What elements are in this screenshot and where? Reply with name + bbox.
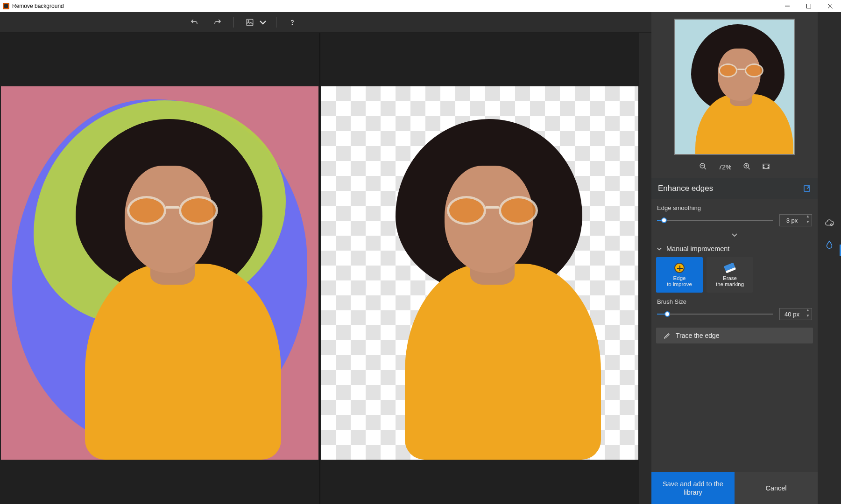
tool-label-line2: to improve bbox=[667, 281, 692, 287]
reset-section-icon[interactable] bbox=[803, 184, 811, 193]
spin-down[interactable]: ▼ bbox=[804, 314, 812, 320]
manual-tool-cards: Edgeto improve Erasethe marking bbox=[656, 257, 813, 293]
brush-size-slider[interactable] bbox=[657, 310, 773, 318]
save-button-label: Save and add to the library bbox=[660, 480, 726, 497]
brush-size-field: Brush Size 40 px ▲▼ bbox=[656, 293, 813, 321]
separator bbox=[233, 17, 234, 28]
right-tool-rail bbox=[818, 12, 841, 504]
cancel-button[interactable]: Cancel bbox=[735, 472, 818, 504]
zoom-in-button[interactable] bbox=[743, 162, 751, 172]
brush-size-label: Brush Size bbox=[657, 298, 812, 305]
separator bbox=[276, 17, 276, 28]
svg-point-6 bbox=[292, 24, 292, 24]
edge-smoothing-slider[interactable] bbox=[657, 217, 773, 224]
svg-line-11 bbox=[748, 168, 749, 169]
navigator-thumbnail[interactable] bbox=[674, 19, 795, 155]
canvas-result[interactable] bbox=[321, 86, 638, 460]
titlebar: Remove background bbox=[0, 0, 841, 12]
plus-circle-icon bbox=[674, 263, 685, 273]
zoom-out-button[interactable] bbox=[699, 162, 707, 172]
window-title: Remove background bbox=[12, 3, 64, 9]
canvas-left-wrap[interactable] bbox=[0, 33, 319, 504]
svg-line-8 bbox=[704, 168, 706, 169]
trace-edge-button[interactable]: Trace the edge bbox=[656, 328, 813, 343]
minimize-button[interactable] bbox=[777, 0, 798, 12]
side-panel: 72% Enhance edges Edge smoothing 3 px ▲▼ bbox=[651, 12, 818, 504]
canvas-right-wrap[interactable] bbox=[320, 33, 640, 504]
window-controls bbox=[777, 0, 841, 12]
zoom-controls: 72% bbox=[656, 160, 813, 178]
app-icon bbox=[3, 3, 9, 9]
zoom-value: 72% bbox=[718, 163, 731, 171]
section-title: Manual improvement bbox=[666, 245, 729, 252]
edge-smoothing-field: Edge smoothing 3 px ▲▼ bbox=[656, 199, 813, 227]
zoom-fit-button[interactable] bbox=[762, 162, 770, 172]
expand-enhance-section[interactable] bbox=[656, 227, 813, 240]
spin-down[interactable]: ▼ bbox=[804, 220, 812, 226]
chevron-down-icon bbox=[656, 245, 663, 252]
erase-marking-tool[interactable]: Erasethe marking bbox=[707, 257, 753, 293]
undo-button[interactable] bbox=[187, 15, 202, 30]
edge-to-improve-tool[interactable]: Edgeto improve bbox=[656, 257, 703, 293]
subject-figure bbox=[52, 119, 276, 460]
redo-button[interactable] bbox=[210, 15, 225, 30]
panel-footer: Save and add to the library Cancel bbox=[651, 472, 818, 504]
svg-point-5 bbox=[248, 20, 249, 21]
pencil-icon bbox=[664, 332, 671, 339]
section-title: Enhance edges bbox=[658, 184, 713, 193]
edge-smoothing-value: 3 px bbox=[780, 217, 804, 224]
svg-rect-4 bbox=[247, 19, 253, 26]
tool-label-line2: the marking bbox=[716, 281, 744, 287]
canvas-area bbox=[0, 33, 639, 504]
help-button[interactable] bbox=[285, 15, 300, 30]
subject-cutout bbox=[372, 119, 596, 460]
edge-smoothing-spinner[interactable]: 3 px ▲▼ bbox=[779, 214, 812, 226]
brush-size-spinner[interactable]: 40 px ▲▼ bbox=[779, 308, 812, 320]
close-button[interactable] bbox=[820, 0, 841, 12]
cloud-tool-icon[interactable] bbox=[824, 217, 834, 228]
edge-smoothing-label: Edge smoothing bbox=[657, 204, 812, 211]
view-mode-dropdown[interactable] bbox=[258, 15, 268, 30]
svg-rect-1 bbox=[807, 4, 811, 8]
tool-label-line1: Erase bbox=[723, 275, 737, 281]
canvas-source[interactable] bbox=[1, 86, 318, 460]
eraser-icon bbox=[724, 262, 736, 273]
trace-edge-label: Trace the edge bbox=[676, 332, 720, 339]
save-button[interactable]: Save and add to the library bbox=[651, 472, 735, 504]
view-mode-button[interactable] bbox=[242, 15, 257, 30]
tool-label-line1: Edge bbox=[673, 275, 686, 281]
svg-point-16 bbox=[831, 224, 833, 226]
section-manual-improvement[interactable]: Manual improvement bbox=[656, 240, 813, 257]
maximize-button[interactable] bbox=[798, 0, 820, 12]
section-enhance-edges[interactable]: Enhance edges bbox=[651, 178, 818, 199]
cancel-button-label: Cancel bbox=[765, 484, 786, 492]
droplet-tool-icon[interactable] bbox=[824, 240, 834, 250]
brush-size-value: 40 px bbox=[780, 311, 804, 318]
